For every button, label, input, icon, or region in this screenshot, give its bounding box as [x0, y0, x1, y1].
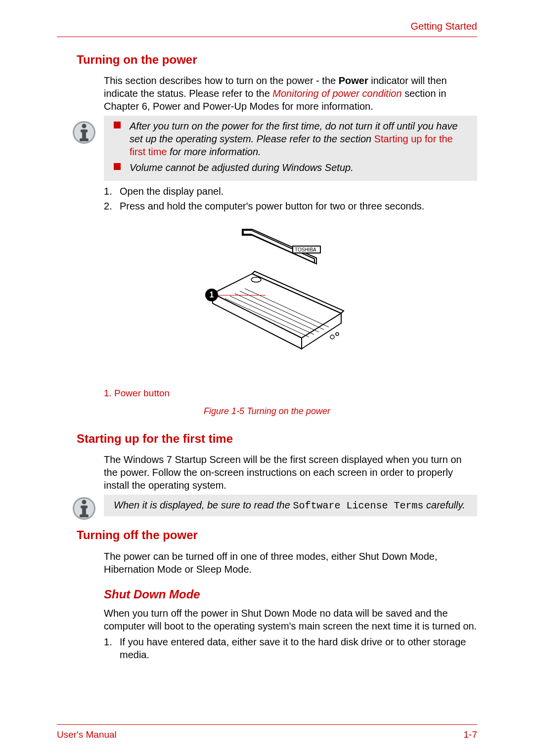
text: When it is displayed, be sure to read th… [114, 500, 293, 510]
info-note-block-2: When it is displayed, be sure to read th… [104, 495, 477, 516]
heading-starting-up: Starting up for the first time [77, 431, 477, 446]
callout-line [218, 295, 266, 295]
figure-caption: Figure 1-5 Turning on the power [57, 406, 477, 417]
brand-text: TOSHIBA [295, 247, 316, 252]
s1-paragraph: This section describes how to turn on th… [104, 74, 477, 113]
svg-point-20 [82, 500, 87, 504]
footer-rule [57, 724, 477, 725]
svg-point-16 [330, 335, 334, 339]
svg-rect-22 [82, 506, 86, 515]
text: for more information. [167, 146, 261, 157]
text: carefully. [423, 500, 465, 510]
steps-turning-on: Open the display panel. Press and hold t… [104, 185, 477, 212]
header-rule [57, 37, 477, 37]
callout-number: 1 [205, 289, 218, 301]
text-power-bold: Power [339, 75, 368, 86]
info-icon [72, 495, 96, 525]
list-item: If you have entered data, either save it… [104, 635, 477, 661]
steps-shut-down: If you have entered data, either save it… [104, 635, 477, 661]
s2-paragraph: The Windows 7 Startup Screen will be the… [104, 453, 477, 492]
link-monitoring-power[interactable]: Monitoring of power condition [272, 88, 401, 99]
bullet-icon [114, 122, 121, 128]
info-icon [72, 119, 96, 146]
svg-rect-4 [82, 130, 86, 139]
footer-left: User's Manual [57, 729, 117, 741]
list-item: Open the display panel. [104, 185, 477, 198]
text: Volume cannot be adjusted during Windows… [130, 162, 354, 173]
header-section-label: Getting Started [57, 20, 477, 33]
heading-shut-down-mode: Shut Down Mode [104, 587, 477, 602]
figure-laptop: TOSHIBA 1 [57, 224, 477, 382]
svg-rect-5 [80, 138, 89, 141]
svg-point-2 [82, 124, 87, 128]
note-item-1: After you turn on the power for the firs… [114, 120, 468, 158]
code-text: Software License Terms [293, 500, 423, 511]
bullet-icon [114, 163, 121, 170]
figure-legend: 1. Power button [104, 387, 477, 400]
svg-point-12 [251, 277, 261, 282]
s3-paragraph: The power can be turned off in one of th… [104, 550, 477, 576]
text: This section describes how to turn on th… [104, 75, 339, 86]
svg-point-17 [336, 333, 339, 336]
info-note-block: After you turn on the power for the firs… [104, 116, 477, 181]
heading-turning-off: Turning off the power [77, 527, 477, 543]
svg-rect-23 [80, 514, 89, 517]
note-item-2: Volume cannot be adjusted during Windows… [114, 161, 468, 174]
s4-paragraph: When you turn off the power in Shut Down… [104, 607, 477, 632]
footer: User's Manual 1-7 [57, 724, 477, 741]
list-item: Press and hold the computer's power butt… [104, 200, 477, 212]
heading-turning-on-power: Turning on the power [77, 52, 477, 67]
footer-page-number: 1-7 [464, 729, 477, 741]
